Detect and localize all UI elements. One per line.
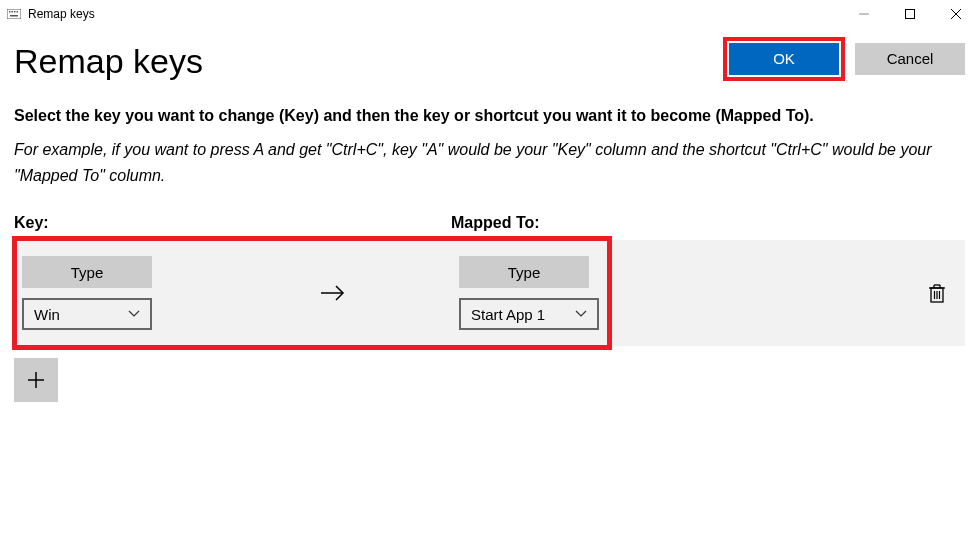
svg-rect-0 <box>7 9 21 19</box>
delete-row-button[interactable] <box>927 240 947 346</box>
ok-button[interactable]: OK <box>729 43 839 75</box>
example-text: For example, if you want to press A and … <box>14 137 965 188</box>
chevron-down-icon <box>128 310 140 318</box>
svg-rect-3 <box>14 11 16 13</box>
titlebar: Remap keys <box>0 0 979 28</box>
window-title: Remap keys <box>28 7 95 21</box>
cancel-button[interactable]: Cancel <box>855 43 965 75</box>
key-select-value: Win <box>34 306 60 323</box>
svg-rect-2 <box>12 11 14 13</box>
ok-highlight: OK <box>723 37 845 81</box>
key-select[interactable]: Win <box>22 298 152 330</box>
arrow-icon <box>214 283 451 303</box>
svg-rect-7 <box>906 10 915 19</box>
page-title: Remap keys <box>14 42 723 81</box>
mapped-type-button[interactable]: Type <box>459 256 589 288</box>
column-header-key: Key: <box>14 214 451 232</box>
add-row-button[interactable] <box>14 358 58 402</box>
svg-rect-5 <box>10 15 18 17</box>
close-button[interactable] <box>933 0 979 28</box>
maximize-button[interactable] <box>887 0 933 28</box>
column-header-mapped: Mapped To: <box>451 214 965 232</box>
instructions-text: Select the key you want to change (Key) … <box>14 107 965 125</box>
mapping-row: Type Win Type Start App 1 <box>14 240 965 346</box>
key-type-button[interactable]: Type <box>22 256 152 288</box>
app-icon <box>6 6 22 22</box>
mapped-select-value: Start App 1 <box>471 306 545 323</box>
mapped-select[interactable]: Start App 1 <box>459 298 599 330</box>
chevron-down-icon <box>575 310 587 318</box>
svg-rect-4 <box>17 11 19 13</box>
svg-rect-1 <box>9 11 11 13</box>
minimize-button[interactable] <box>841 0 887 28</box>
